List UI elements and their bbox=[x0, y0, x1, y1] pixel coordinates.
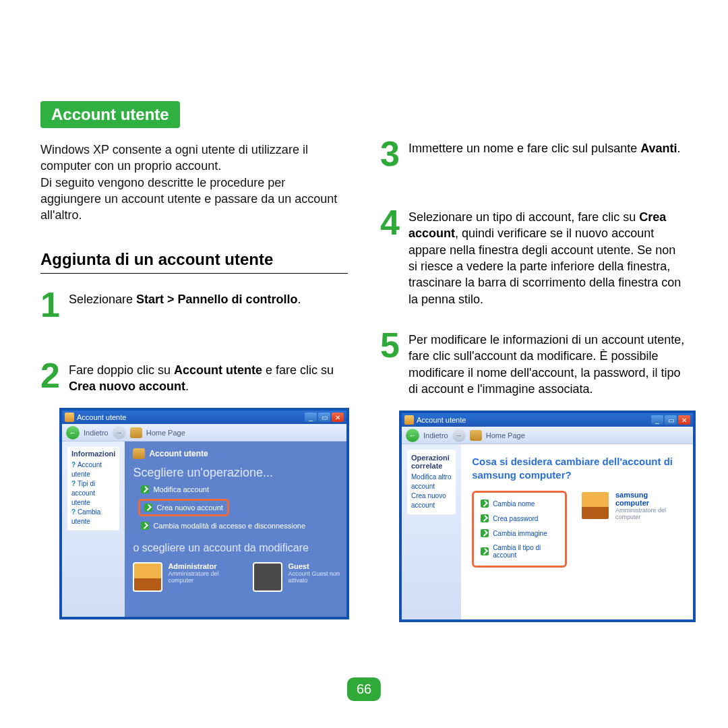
step-text: Per modificare le informazioni di un acc… bbox=[408, 330, 688, 397]
main-panel: Cosa si desidera cambiare dell'account d… bbox=[461, 444, 693, 619]
screenshot-change-account: Account utente _ ▭ ✕ ← Indietro → Home P… bbox=[399, 411, 696, 622]
people-icon bbox=[133, 448, 145, 459]
sidebar-link[interactable]: Cambia utente bbox=[71, 508, 115, 526]
step-text: Fare doppio clic su Account utente e far… bbox=[69, 361, 348, 395]
step-3: 3 Immettere un nome e fare clic sul puls… bbox=[380, 139, 688, 169]
window-title: Account utente bbox=[417, 416, 651, 424]
sidebar-link[interactable]: Tipi di account utente bbox=[71, 479, 115, 508]
opt-create-password[interactable]: Crea password bbox=[481, 514, 558, 522]
home-label: Home Page bbox=[486, 431, 525, 439]
highlight-create-account: Crea nuovo account bbox=[138, 499, 229, 516]
right-column: 3 Immettere un nome e fare clic sul puls… bbox=[380, 101, 688, 622]
question-text: Cosa si desidera cambiare dell'account d… bbox=[472, 455, 682, 481]
sidebar-link[interactable]: Crea nuovo account bbox=[411, 491, 452, 510]
back-button[interactable]: ← bbox=[406, 429, 419, 442]
arrow-icon bbox=[144, 504, 152, 512]
opt-change-name[interactable]: Cambia nome bbox=[481, 499, 558, 508]
step-number: 1 bbox=[40, 290, 62, 320]
page-number: 66 bbox=[347, 677, 381, 701]
step-1: 1 Selezionare Start > Pannello di contro… bbox=[40, 290, 348, 320]
step-number: 3 bbox=[380, 139, 402, 169]
minimize-button[interactable]: _ bbox=[651, 415, 663, 425]
step-text: Selezionare Start > Pannello di controll… bbox=[69, 290, 301, 320]
highlight-options: Cambia nome Crea password Cambia immagin… bbox=[472, 491, 567, 568]
step-5: 5 Per modificare le informazioni di un a… bbox=[380, 330, 688, 397]
opt-change-picture[interactable]: Cambia immagine bbox=[481, 529, 558, 537]
window-toolbar: ← Indietro → Home Page bbox=[402, 427, 693, 444]
forward-button[interactable]: → bbox=[113, 426, 126, 439]
option-modify[interactable]: Modifica account bbox=[141, 485, 354, 493]
section-tag: Account utente bbox=[40, 101, 180, 128]
sidebar-link[interactable]: Account utente bbox=[71, 460, 115, 479]
avatar bbox=[133, 562, 162, 592]
sidebar: Informazioni Account utente Tipi di acco… bbox=[62, 442, 125, 617]
step-number: 4 bbox=[380, 208, 402, 307]
back-button[interactable]: ← bbox=[66, 426, 80, 439]
prompt-pick-account: o scegliere un account da modificare bbox=[133, 542, 354, 554]
step-2: 2 Fare doppio clic su Account utente e f… bbox=[40, 361, 348, 395]
app-icon bbox=[404, 415, 414, 425]
option-create[interactable]: Crea nuovo account bbox=[144, 504, 222, 512]
avatar bbox=[580, 491, 610, 520]
step-text: Selezionare un tipo di account, fare cli… bbox=[408, 208, 688, 307]
arrow-icon bbox=[481, 547, 489, 555]
back-label: Indietro bbox=[423, 431, 448, 439]
window-titlebar[interactable]: Account utente _ ▭ ✕ bbox=[402, 413, 693, 427]
account-admin[interactable]: AdministratorAmministratore del computer bbox=[133, 562, 234, 592]
forward-button[interactable]: → bbox=[452, 429, 466, 442]
close-button[interactable]: ✕ bbox=[332, 413, 344, 422]
window-toolbar: ← Indietro → Home Page bbox=[62, 424, 346, 442]
step-number: 2 bbox=[40, 361, 62, 395]
main-panel: Account utente Scegliere un'operazione..… bbox=[125, 442, 362, 617]
home-icon[interactable] bbox=[130, 427, 142, 438]
intro-text: Windows XP consente a ogni utente di uti… bbox=[40, 142, 348, 223]
sidebar-header: Operazioni correlate bbox=[411, 454, 452, 470]
opt-change-type[interactable]: Cambia il tipo di account bbox=[481, 544, 558, 559]
maximize-button[interactable]: ▭ bbox=[665, 415, 677, 425]
sidebar-header: Informazioni bbox=[71, 450, 115, 458]
prompt-choose-task: Scegliere un'operazione... bbox=[133, 466, 354, 480]
account-summary[interactable]: samsung computerAmministratore del compu… bbox=[580, 491, 682, 520]
sidebar-link[interactable]: Modifica altro account bbox=[411, 473, 452, 491]
step-number: 5 bbox=[380, 330, 402, 397]
minimize-button[interactable]: _ bbox=[305, 413, 317, 422]
arrow-icon bbox=[141, 522, 149, 530]
subheading: Aggiunta di un account utente bbox=[40, 250, 348, 274]
window-title: Account utente bbox=[77, 413, 305, 421]
close-button[interactable]: ✕ bbox=[678, 415, 690, 425]
arrow-icon bbox=[481, 529, 489, 537]
option-change-logon[interactable]: Cambia modalità di accesso e disconnessi… bbox=[141, 522, 354, 530]
arrow-icon bbox=[141, 485, 149, 493]
arrow-icon bbox=[481, 514, 489, 522]
maximize-button[interactable]: ▭ bbox=[318, 413, 330, 422]
sidebar: Operazioni correlate Modifica altro acco… bbox=[402, 444, 461, 619]
app-icon bbox=[65, 413, 74, 422]
step-4: 4 Selezionare un tipo di account, fare c… bbox=[380, 208, 688, 307]
account-guest[interactable]: GuestAccount Guest non attivato bbox=[253, 562, 354, 592]
step-text: Immettere un nome e fare clic sul pulsan… bbox=[408, 139, 681, 169]
window-titlebar[interactable]: Account utente _ ▭ ✕ bbox=[62, 411, 346, 424]
arrow-icon bbox=[481, 499, 489, 508]
back-label: Indietro bbox=[84, 429, 109, 437]
avatar bbox=[253, 562, 282, 592]
left-column: Account utente Windows XP consente a ogn… bbox=[40, 101, 348, 622]
screenshot-user-accounts: Account utente _ ▭ ✕ ← Indietro → Home P… bbox=[59, 408, 349, 619]
home-icon[interactable] bbox=[470, 430, 482, 441]
home-label: Home Page bbox=[146, 429, 185, 437]
